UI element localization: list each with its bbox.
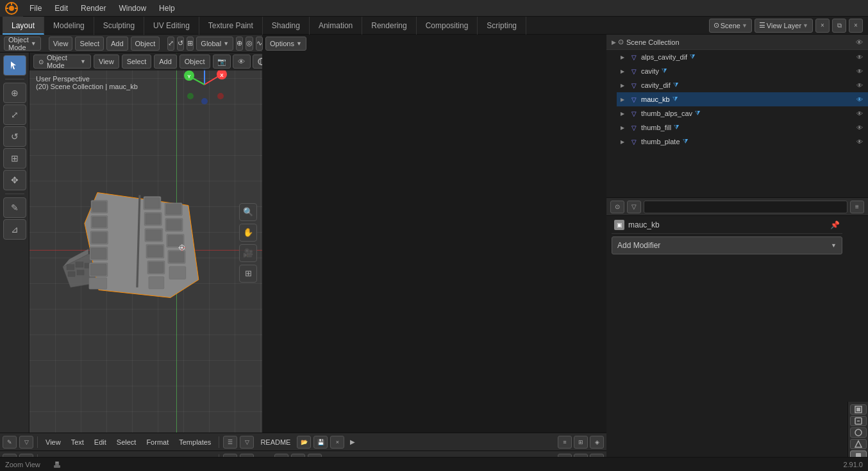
ortho-top-btn[interactable]: ⊞ — [239, 265, 257, 283]
outliner-item-thumb-fill[interactable]: ▶ ▽ thumb_fill ⧩ 👁 — [617, 120, 868, 135]
funnel-icon: ⧩ — [673, 81, 678, 89]
te1-edit-btn[interactable]: Edit — [90, 436, 110, 449]
close-scene-btn[interactable]: × — [815, 19, 830, 33]
properties-search[interactable] — [644, 201, 847, 213]
visibility-icon[interactable]: 👁 — [855, 109, 864, 118]
prop-filter2-btn[interactable]: ≡ — [850, 201, 864, 213]
te1-run-btn[interactable]: ▶ — [347, 436, 358, 448]
transform-icon-btn[interactable]: ⤢ — [167, 37, 174, 51]
transform-icon-btn2[interactable]: ↺ — [177, 37, 184, 51]
transform-icon-btn3[interactable]: ⊞ — [187, 37, 194, 51]
viewport-camera-btn[interactable]: 📷 — [213, 54, 231, 69]
scene-expand-arrow[interactable]: ▶ — [612, 39, 618, 45]
te1-syntax-btn[interactable]: ◈ — [590, 436, 604, 449]
tab-modeling[interactable]: Modeling — [44, 17, 94, 35]
prop-filter-btn[interactable]: ▽ — [627, 201, 641, 213]
prop-tab-view[interactable] — [850, 427, 867, 438]
visibility-icon[interactable]: 👁 — [855, 95, 864, 104]
camera-view-btn[interactable]: 🎥 — [239, 244, 257, 262]
tab-rendering[interactable]: Rendering — [362, 17, 416, 35]
close-layer-btn[interactable]: × — [849, 19, 863, 33]
visibility-icon[interactable]: 👁 — [855, 53, 864, 62]
viewport-select-btn[interactable]: Select — [122, 54, 152, 69]
options-btn[interactable]: Options ▼ — [265, 37, 306, 51]
scale-btn[interactable]: ⊞ — [3, 148, 26, 169]
tab-sculpting[interactable]: Sculpting — [94, 17, 144, 35]
tab-animation[interactable]: Animation — [310, 17, 362, 35]
outliner-item-cavity-dif[interactable]: ▶ ▽ cavity_dif ⧩ 👁 — [617, 78, 868, 92]
visibility-icon[interactable]: 👁 — [855, 81, 864, 90]
layer-icon-btn[interactable]: ⧉ — [832, 19, 846, 33]
measure-btn[interactable]: ⊿ — [3, 219, 26, 240]
outliner-item-alps-cavity-dif[interactable]: ▶ ▽ alps_cavity_dif ⧩ 👁 — [617, 50, 868, 64]
viewport-3d[interactable]: ⊙ Object Mode ▼ View Select Add Object 📷… — [29, 53, 262, 433]
te1-text-btn[interactable]: Text — [67, 436, 88, 449]
tab-layout[interactable]: Layout — [3, 17, 44, 35]
rotate-btn[interactable]: ↺ — [3, 126, 26, 147]
viewport-view-btn2[interactable]: 👁 — [233, 54, 251, 69]
menu-render[interactable]: Render — [74, 0, 112, 17]
te1-wordwrap-btn[interactable]: ≡ — [558, 436, 572, 449]
te1-linenum-btn[interactable]: ⊞ — [574, 436, 588, 449]
menu-help[interactable]: Help — [153, 0, 181, 17]
te1-format-btn[interactable]: Format — [142, 436, 172, 449]
te1-templates-btn[interactable]: Templates — [175, 436, 215, 449]
prop-tab-scene[interactable] — [850, 439, 867, 449]
tab-uv-editing[interactable]: UV Editing — [144, 17, 199, 35]
global-dropdown[interactable]: Global ▼ — [196, 37, 233, 51]
outliner-item-mauc-kb[interactable]: ▶ ▽ mauc_kb ⧩ 👁 — [617, 92, 868, 106]
menu-window[interactable]: Window — [112, 0, 153, 17]
te1-expand2-btn[interactable]: ▽ — [240, 436, 254, 449]
scene-eye-icon[interactable]: 👁 — [856, 38, 863, 46]
outliner-item-thumb-alps-cav[interactable]: ▶ ▽ thumb_alps_cav ⧩ 👁 — [617, 106, 868, 120]
object-mode-dropdown[interactable]: Object Mode ▼ — [4, 37, 41, 51]
te1-select-btn[interactable]: Select — [113, 436, 140, 449]
prop-tab-output[interactable] — [850, 416, 867, 426]
curve-icon[interactable]: ∿ — [256, 37, 263, 51]
prop-pin-icon[interactable]: 📌 — [830, 220, 840, 229]
viewport-object-btn[interactable]: Object — [179, 54, 210, 69]
view-menu[interactable]: View — [49, 37, 73, 51]
cursor-btn[interactable]: ⊕ — [3, 83, 26, 103]
move-btn[interactable]: ⤢ — [3, 104, 26, 125]
viewport-mode-btn[interactable]: ⊙ Object Mode ▼ — [33, 54, 91, 69]
te1-type-btn[interactable]: ✎ — [3, 436, 17, 449]
te1-type-icon[interactable]: ☰ — [223, 436, 237, 449]
te1-close-btn[interactable]: × — [330, 436, 344, 449]
svg-rect-23 — [90, 264, 106, 276]
pan-btn[interactable]: ✋ — [239, 224, 257, 242]
snap-icon[interactable]: ⊕ — [236, 37, 243, 51]
prop-type-btn[interactable]: ⊙ — [610, 201, 624, 213]
zoom-in-btn[interactable]: 🔍 — [239, 203, 257, 221]
outliner-item-cavity[interactable]: ▶ ▽ cavity ⧩ 👁 — [617, 64, 868, 78]
te1-expand-btn[interactable]: ▽ — [19, 436, 33, 449]
add-modifier-btn[interactable]: Add Modifier ▼ — [612, 236, 842, 254]
object-menu[interactable]: Object — [131, 37, 160, 51]
transform-btn[interactable]: ✥ — [3, 170, 26, 190]
visibility-icon[interactable]: 👁 — [855, 67, 864, 76]
tab-compositing[interactable]: Compositing — [417, 17, 478, 35]
workspace-tabs: Layout Modeling Sculpting UV Editing Tex… — [0, 17, 868, 35]
te1-view-btn[interactable]: View — [42, 436, 65, 449]
menu-edit[interactable]: Edit — [48, 0, 74, 17]
tab-texture-paint[interactable]: Texture Paint — [199, 17, 263, 35]
menu-file[interactable]: File — [23, 0, 48, 17]
world-toggle-btn[interactable] — [253, 54, 262, 69]
te1-open-btn[interactable]: 📂 — [297, 436, 311, 449]
select-menu[interactable]: Select — [75, 37, 104, 51]
prop-tab-render[interactable] — [850, 404, 867, 415]
te1-save-btn[interactable]: 💾 — [313, 436, 328, 449]
annotate-btn[interactable]: ✎ — [3, 197, 26, 218]
viewport-add-btn[interactable]: Add — [154, 54, 177, 69]
tab-scripting[interactable]: Scripting — [478, 17, 526, 35]
outliner-item-thumb-plate[interactable]: ▶ ▽ thumb_plate ⧩ 👁 — [617, 135, 868, 149]
visibility-icon[interactable]: 👁 — [855, 123, 864, 132]
select-tool-btn[interactable] — [3, 55, 26, 76]
add-menu[interactable]: Add — [106, 37, 128, 51]
tab-shading[interactable]: Shading — [263, 17, 310, 35]
visibility-icon[interactable]: 👁 — [855, 137, 864, 146]
scene-selector[interactable]: ⊙ Scene ▼ — [709, 19, 752, 33]
proportional-icon[interactable]: ◎ — [246, 37, 253, 51]
viewport-view-btn[interactable]: View — [94, 54, 119, 69]
view-layer-selector[interactable]: ☰ View Layer ▼ — [755, 19, 813, 33]
